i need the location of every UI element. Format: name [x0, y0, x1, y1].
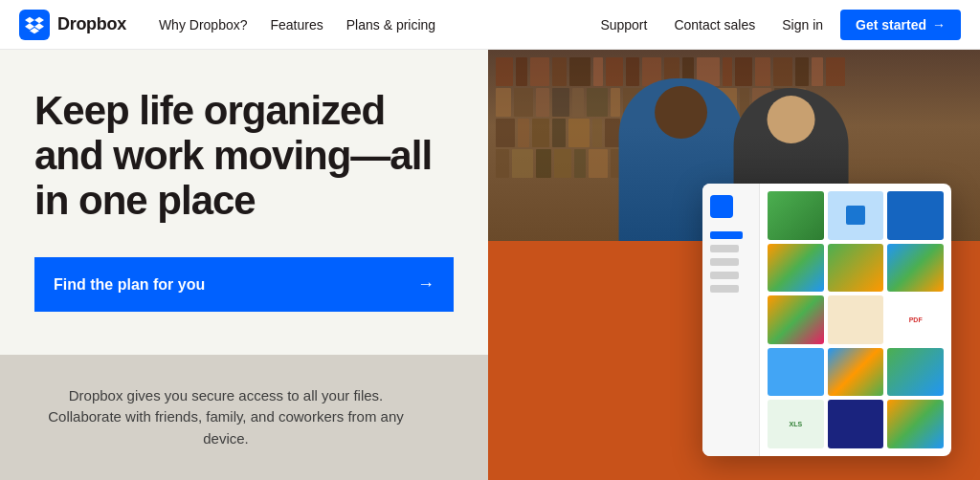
nav-links: Why Dropbox? Features Plans & pricing [149, 11, 590, 38]
file-thumb-15 [887, 400, 944, 448]
file-thumb-10 [768, 348, 824, 397]
ui-nav-item-5 [710, 285, 739, 293]
file-thumb-1 [768, 191, 824, 240]
file-thumb-13: XLS [768, 400, 824, 448]
nav-plans-pricing[interactable]: Plans & pricing [337, 11, 445, 38]
dropbox-icon [19, 10, 50, 40]
file-thumb-6 [887, 244, 944, 293]
nav-right: Support Contact sales Sign in Get starte… [590, 10, 961, 40]
right-panel: PDF XLS [488, 50, 980, 480]
file-thumb-7 [768, 295, 824, 344]
hero-title: Keep life organized and work moving—all … [34, 88, 454, 223]
ui-nav-item-4 [710, 272, 739, 279]
ui-logo [710, 195, 733, 218]
sub-text: Dropbox gives you secure access to all y… [34, 385, 417, 450]
orange-section: PDF XLS [488, 241, 980, 480]
file-thumb-5 [828, 244, 884, 293]
dropbox-ui-card: PDF XLS [702, 184, 951, 456]
get-started-button[interactable]: Get started → [840, 10, 961, 40]
file-thumb-12 [887, 348, 944, 397]
sub-section: Dropbox gives you secure access to all y… [0, 355, 488, 481]
ui-file-grid: PDF XLS [760, 184, 951, 456]
file-thumb-14 [828, 400, 884, 448]
nav-sign-in[interactable]: Sign in [772, 11, 833, 38]
main-content: Keep life organized and work moving—all … [0, 50, 980, 480]
file-thumb-11 [828, 348, 884, 397]
file-thumb-3 [887, 191, 944, 240]
ui-nav-item-2 [710, 245, 739, 252]
nav-features[interactable]: Features [261, 11, 333, 38]
ui-nav-item-1 [710, 231, 743, 239]
logo[interactable]: Dropbox [19, 10, 126, 40]
ui-sidebar [702, 184, 760, 456]
ui-nav-item-3 [710, 258, 739, 266]
left-panel: Keep life organized and work moving—all … [0, 50, 488, 480]
file-thumb-9: PDF [887, 295, 944, 344]
find-plan-button[interactable]: Find the plan for you → [34, 257, 454, 312]
hero-section: Keep life organized and work moving—all … [0, 50, 488, 355]
nav-why-dropbox[interactable]: Why Dropbox? [149, 11, 257, 38]
file-thumb-2 [828, 191, 884, 240]
file-thumb-4 [768, 244, 824, 293]
nav-contact-sales[interactable]: Contact sales [664, 11, 765, 38]
navigation: Dropbox Why Dropbox? Features Plans & pr… [0, 0, 980, 50]
logo-text: Dropbox [57, 14, 126, 34]
file-thumb-8 [828, 295, 884, 344]
nav-support[interactable]: Support [590, 11, 657, 38]
